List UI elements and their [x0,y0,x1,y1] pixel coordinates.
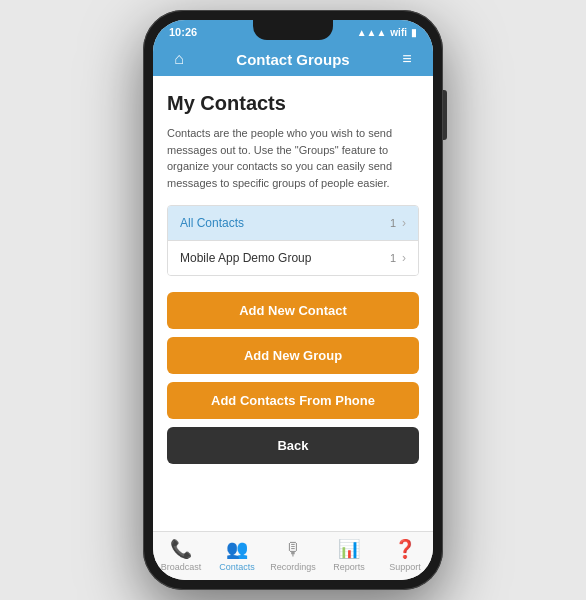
header-title: Contact Groups [191,51,395,68]
phone-screen: 10:26 ▲▲▲ wifi ▮ ⌂ Contact Groups ≡ My C… [153,20,433,580]
contacts-icon: 👥 [226,538,248,560]
contact-item-right: 1 › [390,251,406,265]
recordings-icon: 🎙 [284,539,302,560]
main-content: My Contacts Contacts are the people who … [153,76,433,531]
contact-item-right: 1 › [390,216,406,230]
nav-label-support: Support [389,562,421,572]
home-icon[interactable]: ⌂ [167,50,191,68]
signal-icon: ▲▲▲ [357,27,387,38]
contact-list-item[interactable]: Mobile App Demo Group 1 › [168,241,418,275]
wifi-icon: wifi [390,27,407,38]
nav-label-broadcast: Broadcast [161,562,202,572]
status-icons: ▲▲▲ wifi ▮ [357,27,417,38]
support-icon: ❓ [394,538,416,560]
status-time: 10:26 [169,26,197,38]
nav-item-broadcast[interactable]: 📞 Broadcast [153,538,209,572]
nav-item-reports[interactable]: 📊 Reports [321,538,377,572]
battery-icon: ▮ [411,27,417,38]
contact-list: All Contacts 1 › Mobile App Demo Group 1… [167,205,419,276]
app-header: ⌂ Contact Groups ≡ [153,42,433,76]
broadcast-icon: 📞 [170,538,192,560]
nav-label-contacts: Contacts [219,562,255,572]
phone-frame: 10:26 ▲▲▲ wifi ▮ ⌂ Contact Groups ≡ My C… [143,10,443,590]
contact-item-label: All Contacts [180,216,244,230]
contact-item-label: Mobile App Demo Group [180,251,311,265]
add-contacts-from-phone-button[interactable]: Add Contacts From Phone [167,382,419,419]
nav-item-recordings[interactable]: 🎙 Recordings [265,539,321,572]
contact-list-item[interactable]: All Contacts 1 › [168,206,418,241]
page-description: Contacts are the people who you wish to … [167,125,419,191]
contact-item-count: 1 [390,217,396,229]
chevron-right-icon: › [402,216,406,230]
chevron-right-icon: › [402,251,406,265]
page-title: My Contacts [167,92,419,115]
nav-label-reports: Reports [333,562,365,572]
back-button[interactable]: Back [167,427,419,464]
nav-item-contacts[interactable]: 👥 Contacts [209,538,265,572]
nav-item-support[interactable]: ❓ Support [377,538,433,572]
status-bar: 10:26 ▲▲▲ wifi ▮ [153,20,433,42]
contact-item-count: 1 [390,252,396,264]
nav-label-recordings: Recordings [270,562,316,572]
menu-icon[interactable]: ≡ [395,50,419,68]
bottom-nav: 📞 Broadcast 👥 Contacts 🎙 Recordings 📊 Re… [153,531,433,580]
add-new-contact-button[interactable]: Add New Contact [167,292,419,329]
add-new-group-button[interactable]: Add New Group [167,337,419,374]
reports-icon: 📊 [338,538,360,560]
